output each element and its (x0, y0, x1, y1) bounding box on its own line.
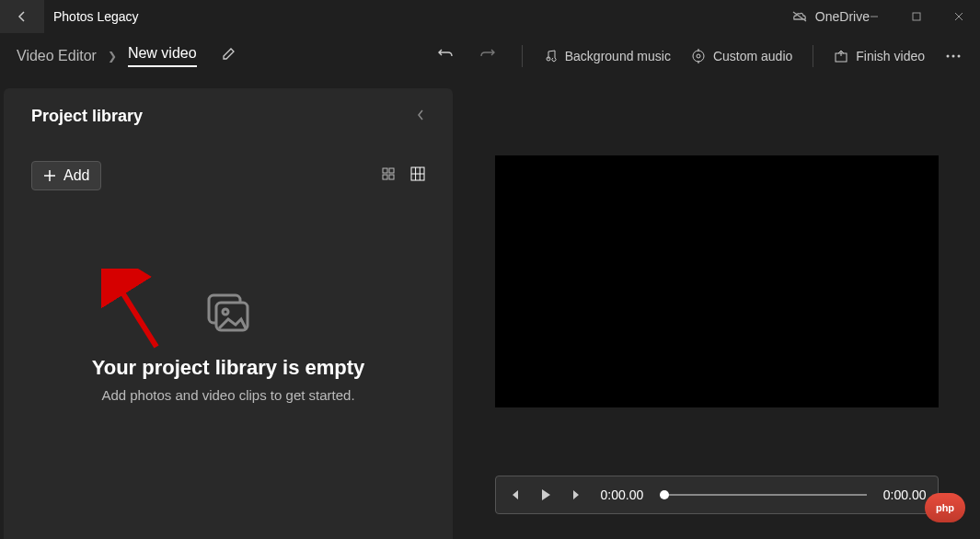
export-icon (834, 49, 848, 63)
more-button[interactable] (945, 49, 962, 63)
play-icon (538, 487, 553, 502)
play-button[interactable] (538, 487, 553, 502)
grid-small-icon (381, 166, 396, 181)
svg-point-3 (697, 54, 700, 58)
svg-point-2 (693, 51, 704, 62)
project-library-panel: Project library Add (4, 88, 453, 539)
grid-large-button[interactable] (410, 166, 425, 185)
add-button[interactable]: Add (31, 161, 101, 190)
current-time: 0:00.00 (601, 487, 644, 502)
title-bar: Photos Legacy OneDrive (0, 0, 980, 33)
minimize-button[interactable] (853, 0, 895, 33)
collapse-button[interactable] (416, 109, 425, 125)
breadcrumb-root[interactable]: Video Editor (17, 48, 97, 64)
images-icon (202, 292, 254, 338)
undo-redo-group (437, 46, 496, 66)
svg-rect-1 (913, 13, 920, 20)
preview-panel: 0:00.00 0:00.00 php (453, 79, 980, 539)
undo-button[interactable] (437, 46, 454, 66)
redo-icon (479, 46, 496, 63)
step-back-icon (507, 487, 522, 502)
add-label: Add (63, 167, 89, 184)
breadcrumb: Video Editor ❯ New video (17, 45, 236, 67)
toolbar-actions: Background music Custom audio Finish vid… (437, 45, 980, 67)
breadcrumb-current: New video (128, 45, 197, 67)
svg-point-9 (958, 55, 961, 58)
empty-title: Your project library is empty (31, 356, 425, 380)
toolbar-divider (813, 45, 813, 67)
minimize-icon (870, 12, 879, 21)
music-icon (543, 49, 558, 63)
watermark-text: php (936, 502, 954, 513)
prev-frame-button[interactable] (507, 487, 522, 502)
background-music-button[interactable]: Background music (543, 49, 671, 63)
svg-rect-12 (383, 175, 387, 179)
empty-subtitle: Add photos and video clips to get starte… (31, 387, 425, 403)
close-icon (954, 12, 963, 21)
svg-point-7 (947, 55, 950, 58)
window-controls (853, 0, 980, 33)
grid-small-button[interactable] (381, 166, 396, 185)
video-preview[interactable] (495, 155, 939, 407)
edit-title-button[interactable] (221, 47, 236, 65)
svg-point-8 (952, 55, 955, 58)
library-toolbar: Add (31, 161, 425, 190)
finish-video-button[interactable]: Finish video (834, 49, 925, 63)
next-frame-button[interactable] (570, 487, 584, 502)
more-icon (945, 49, 962, 63)
toolbar-row: Video Editor ❯ New video Background musi… (0, 33, 980, 79)
step-forward-icon (570, 487, 584, 502)
grid-large-icon (410, 166, 425, 181)
close-button[interactable] (938, 0, 980, 33)
cloud-off-icon (791, 10, 808, 23)
watermark-badge: php (925, 493, 965, 522)
empty-state: Your project library is empty Add photos… (31, 292, 425, 403)
maximize-icon (912, 12, 921, 21)
view-toggles (381, 166, 425, 185)
playback-bar: 0:00.00 0:00.00 (495, 476, 939, 514)
back-button[interactable] (0, 0, 44, 33)
timeline-slider[interactable] (660, 494, 867, 496)
undo-icon (437, 46, 454, 63)
chevron-right-icon: ❯ (108, 50, 117, 63)
panel-header: Project library (31, 107, 425, 126)
audio-settings-icon (691, 49, 706, 63)
panel-title: Project library (31, 107, 143, 126)
total-time: 0:00.00 (883, 487, 927, 502)
redo-button[interactable] (479, 46, 496, 66)
maximize-button[interactable] (895, 0, 938, 33)
svg-rect-13 (389, 175, 394, 179)
toolbar-divider (522, 45, 523, 67)
app-title: Photos Legacy (53, 9, 139, 24)
svg-rect-11 (389, 168, 394, 173)
timeline-handle[interactable] (660, 490, 669, 499)
custom-audio-button[interactable]: Custom audio (691, 49, 792, 63)
chevron-left-icon (416, 109, 425, 121)
finish-video-label: Finish video (856, 49, 925, 63)
arrow-left-icon (15, 9, 29, 24)
svg-rect-10 (383, 168, 387, 173)
pencil-icon (221, 47, 236, 62)
background-music-label: Background music (565, 49, 671, 63)
main-content: Project library Add (0, 79, 980, 539)
custom-audio-label: Custom audio (713, 49, 792, 63)
empty-state-icon (31, 292, 425, 338)
plus-icon (43, 169, 56, 182)
